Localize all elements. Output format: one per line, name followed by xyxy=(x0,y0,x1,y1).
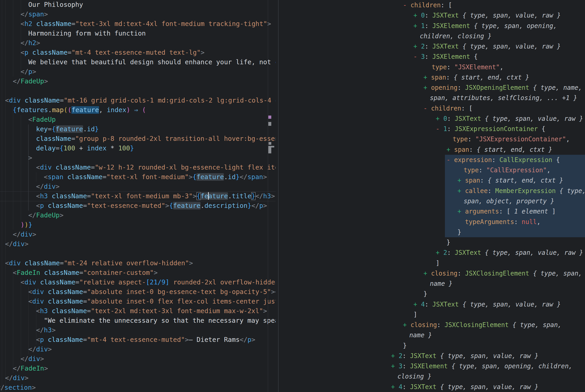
ast-line[interactable]: + span: { start, end, ctxt } xyxy=(447,144,552,155)
ast-panel[interactable]: - children: [+ 0: JSXText { type, span, … xyxy=(279,0,585,392)
expand-icon[interactable]: + xyxy=(447,146,450,153)
expand-icon[interactable]: + xyxy=(423,270,427,277)
ast-line[interactable]: + closing: JSXClosingElement { type, spa… xyxy=(423,268,582,278)
expand-icon[interactable]: + xyxy=(436,115,440,122)
code-line[interactable]: <FadeIn className="container-custom"> xyxy=(13,268,158,278)
ast-line[interactable]: children, closing } xyxy=(420,31,492,41)
code-line[interactable]: </div> xyxy=(5,239,29,249)
code-line[interactable]: <div className="mt-16 grid grid-cols-1 m… xyxy=(5,96,276,105)
ast-line[interactable]: - 1: JSXExpressionContainer { xyxy=(436,124,545,134)
ast-line[interactable]: span, object, property } xyxy=(464,196,554,206)
code-line[interactable]: ))} xyxy=(21,220,32,230)
code-line[interactable]: <FadeUp xyxy=(28,115,56,124)
code-line[interactable]: </section> xyxy=(0,383,36,392)
ast-line[interactable]: - children: [ xyxy=(423,103,472,114)
code-line[interactable]: </FadeUp> xyxy=(13,76,48,86)
expand-icon[interactable]: + xyxy=(457,208,461,215)
code-lines[interactable]: Our Philosophy</span><h2 className="text… xyxy=(0,0,276,392)
code-line[interactable]: </div> xyxy=(28,344,52,354)
expand-icon[interactable]: + xyxy=(436,249,440,256)
code-line[interactable]: {features.map((feature, index) ⇒ ( xyxy=(13,105,146,115)
ast-line[interactable]: - 3: JSXElement { xyxy=(413,52,478,62)
ast-line[interactable]: + 1: JSXElement { type, span, opening, xyxy=(413,21,557,31)
ast-line[interactable]: ] xyxy=(413,310,417,320)
ast-line[interactable]: + 2: JSXText { type, span, value, raw } xyxy=(413,41,561,52)
code-editor[interactable]: Our Philosophy</span><h2 className="text… xyxy=(0,0,278,392)
code-line[interactable]: </div> xyxy=(21,354,44,364)
ast-line[interactable]: - children: [ xyxy=(403,0,452,10)
ast-line[interactable]: - expression: CallExpression { xyxy=(447,155,560,165)
code-line[interactable]: delay={100 + index * 100} xyxy=(36,144,134,153)
code-line[interactable]: <p className="mt-4 text-essence-muted te… xyxy=(21,48,205,58)
code-line[interactable]: We believe that beautiful design should … xyxy=(28,58,276,67)
ast-line[interactable]: } xyxy=(423,289,427,299)
ast-line[interactable]: type: "JSXElement", xyxy=(432,62,503,72)
ast-line[interactable]: + 3: JSXElement { type, span, opening, c… xyxy=(391,361,572,371)
expand-icon[interactable]: + xyxy=(391,352,395,360)
code-line[interactable]: className="group p-8 rounded-2xl transit… xyxy=(36,134,276,144)
code-line[interactable]: > xyxy=(28,153,32,163)
code-line[interactable]: </span> xyxy=(21,10,48,19)
ast-line[interactable]: + 4: JSXText { type, span, value, raw } xyxy=(391,382,538,392)
code-line[interactable]: <p className="text-essence-muted">{featu… xyxy=(36,201,267,210)
collapse-icon[interactable]: - xyxy=(413,53,417,60)
ast-line[interactable]: } xyxy=(457,227,461,237)
ast-line[interactable]: + arguments: [ 1 element ] xyxy=(457,206,556,216)
ast-line[interactable]: name } xyxy=(430,278,452,289)
expand-icon[interactable]: + xyxy=(403,321,407,328)
code-line[interactable]: key={feature.id} xyxy=(36,124,99,134)
collapse-icon[interactable]: - xyxy=(403,1,407,9)
ast-line[interactable]: + callee: MemberExpression { type, xyxy=(457,186,585,196)
ast-line[interactable]: name } xyxy=(409,330,432,340)
ast-line[interactable]: + 0: JSXText { type, span, value, raw } xyxy=(413,10,561,20)
expand-icon[interactable]: + xyxy=(413,300,417,308)
ast-line[interactable]: + span: { start, end, ctxt } xyxy=(423,72,529,82)
code-line[interactable]: Harmonizing form with function xyxy=(28,29,146,38)
expand-icon[interactable]: + xyxy=(391,383,395,390)
ast-line[interactable]: + 0: JSXText { type, span, value, raw } xyxy=(436,114,583,124)
code-line[interactable]: <div className="absolute inset-0 bg-esse… xyxy=(28,287,276,297)
expand-icon[interactable]: + xyxy=(423,84,427,91)
code-line[interactable]: <p className="mt-4 text-essence-muted">—… xyxy=(36,335,255,344)
collapse-icon[interactable]: - xyxy=(447,156,450,164)
ast-line[interactable]: } xyxy=(447,237,450,248)
expand-icon[interactable]: + xyxy=(413,22,417,30)
code-line[interactable]: <div className="relative aspect-[21/9] r… xyxy=(21,278,276,287)
ast-line[interactable]: } xyxy=(403,340,407,351)
code-line[interactable]: <div className="absolute inset-0 flex fl… xyxy=(28,297,276,306)
ast-line[interactable]: type: "JSXExpressionContainer", xyxy=(453,134,570,144)
expand-icon[interactable]: + xyxy=(457,187,461,194)
code-line[interactable]: <div className="w-12 h-12 rounded-xl bg-… xyxy=(36,163,276,172)
collapse-icon[interactable]: - xyxy=(423,104,427,112)
expand-icon[interactable]: + xyxy=(413,42,417,50)
expand-icon[interactable]: + xyxy=(413,12,417,19)
expand-icon[interactable]: + xyxy=(391,362,395,370)
code-line[interactable]: "We eliminate the unnecessary so that th… xyxy=(44,316,276,326)
ast-line[interactable]: + span: { start, end, ctxt } xyxy=(457,175,563,186)
ast-line[interactable]: closing } xyxy=(397,371,431,382)
ast-line[interactable]: + 2: JSXText { type, span, value, raw } xyxy=(391,351,538,361)
collapse-icon[interactable]: - xyxy=(436,125,440,132)
code-line[interactable]: </div> xyxy=(36,182,60,192)
code-line[interactable]: </h3> xyxy=(36,326,56,335)
code-line[interactable]: <h2 className="text-3xl md:text-4xl font… xyxy=(21,19,271,29)
code-line[interactable]: </div> xyxy=(13,230,36,239)
code-line[interactable]: </h2> xyxy=(21,38,40,48)
ast-line[interactable]: + 2: JSXText { type, span, value, raw } xyxy=(436,248,583,258)
code-line[interactable]: </FadeUp> xyxy=(28,210,63,220)
code-line[interactable]: <span className="text-xl font-medium">{f… xyxy=(44,172,267,182)
code-line[interactable]: <h3 className="text-xl font-medium mb-3"… xyxy=(36,192,275,201)
ast-line[interactable]: + closing: JSXClosingElement { type, spa… xyxy=(403,320,561,330)
code-line[interactable]: <h3 className="text-2xl md:text-3xl font… xyxy=(36,306,267,316)
ast-line[interactable]: type: "CallExpression", xyxy=(464,165,550,175)
code-line[interactable]: Our Philosophy xyxy=(28,0,83,10)
panel-divider[interactable] xyxy=(278,0,278,392)
code-line[interactable]: </FadeIn> xyxy=(13,364,48,373)
code-line[interactable]: <div className="mt-24 relative overflow-… xyxy=(5,258,193,268)
code-line[interactable]: </div> xyxy=(5,373,29,383)
expand-icon[interactable]: + xyxy=(423,74,427,81)
ast-line[interactable]: + 4: JSXText { type, span, value, raw } xyxy=(413,299,561,310)
code-line[interactable]: </p> xyxy=(21,67,36,76)
expand-icon[interactable]: + xyxy=(457,177,461,184)
ast-line[interactable]: span, attributes, selfClosing, ... +1 } xyxy=(430,93,577,103)
